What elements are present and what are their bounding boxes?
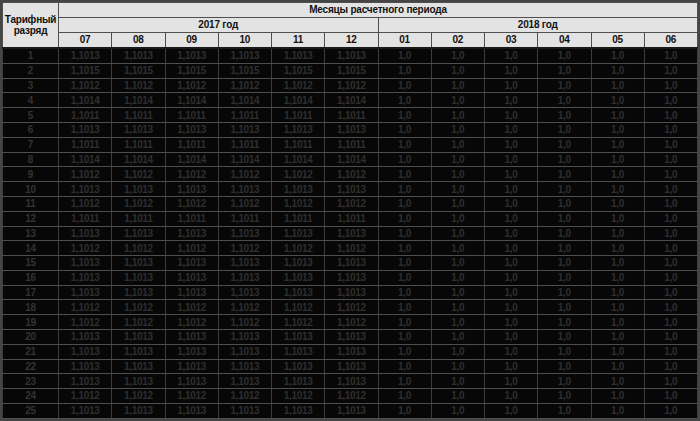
value-cell-2017: 1,1013: [272, 403, 325, 418]
value-cell-2017: 1,1012: [59, 389, 112, 404]
table-row: 141,10121,10121,10121,10121,10121,10121,…: [3, 241, 698, 256]
value-cell-2017: 1,1012: [218, 78, 271, 93]
value-cell-2018: 1,0: [485, 256, 538, 271]
grade-cell: 3: [3, 78, 59, 93]
value-cell-2017: 1,1014: [165, 93, 218, 108]
value-cell-2018: 1,0: [431, 270, 484, 285]
value-cell-2018: 1,0: [485, 123, 538, 138]
value-cell-2018: 1,0: [378, 270, 431, 285]
value-cell-2018: 1,0: [538, 344, 591, 359]
value-cell-2017: 1,1013: [59, 374, 112, 389]
grade-cell: 13: [3, 226, 59, 241]
value-cell-2017: 1,1013: [165, 226, 218, 241]
value-cell-2017: 1,1013: [112, 48, 165, 63]
value-cell-2018: 1,0: [591, 108, 644, 123]
value-cell-2018: 1,0: [538, 374, 591, 389]
value-cell-2018: 1,0: [378, 403, 431, 418]
value-cell-2018: 1,0: [431, 359, 484, 374]
value-cell-2018: 1,0: [538, 389, 591, 404]
header-tariff-grade: Тарифный разряд: [3, 3, 59, 49]
value-cell-2018: 1,0: [644, 389, 697, 404]
header-month-03: 03: [485, 33, 538, 49]
value-cell-2017: 1,1013: [165, 285, 218, 300]
table-row: 81,10141,10141,10141,10141,10141,10141,0…: [3, 152, 698, 167]
value-cell-2018: 1,0: [591, 315, 644, 330]
value-cell-2018: 1,0: [485, 270, 538, 285]
value-cell-2018: 1,0: [378, 123, 431, 138]
value-cell-2017: 1,1013: [218, 329, 271, 344]
value-cell-2018: 1,0: [538, 256, 591, 271]
value-cell-2017: 1,1014: [59, 152, 112, 167]
value-cell-2017: 1,1013: [272, 182, 325, 197]
table-row: 41,10141,10141,10141,10141,10141,10141,0…: [3, 93, 698, 108]
value-cell-2018: 1,0: [485, 329, 538, 344]
table-row: 151,10131,10131,10131,10131,10131,10131,…: [3, 256, 698, 271]
value-cell-2018: 1,0: [644, 270, 697, 285]
value-cell-2017: 1,1012: [165, 241, 218, 256]
value-cell-2018: 1,0: [591, 211, 644, 226]
value-cell-2018: 1,0: [591, 123, 644, 138]
value-cell-2018: 1,0: [591, 152, 644, 167]
value-cell-2017: 1,1015: [272, 63, 325, 78]
value-cell-2018: 1,0: [485, 211, 538, 226]
header-month-08: 08: [112, 33, 165, 49]
table-row: 61,10131,10131,10131,10131,10131,10131,0…: [3, 123, 698, 138]
value-cell-2018: 1,0: [591, 344, 644, 359]
value-cell-2017: 1,1011: [218, 211, 271, 226]
header-month-01: 01: [378, 33, 431, 49]
value-cell-2018: 1,0: [485, 108, 538, 123]
value-cell-2018: 1,0: [538, 167, 591, 182]
value-cell-2017: 1,1013: [272, 226, 325, 241]
value-cell-2017: 1,1013: [272, 285, 325, 300]
value-cell-2017: 1,1013: [112, 226, 165, 241]
value-cell-2018: 1,0: [485, 374, 538, 389]
value-cell-2017: 1,1015: [218, 63, 271, 78]
value-cell-2017: 1,1013: [165, 48, 218, 63]
value-cell-2018: 1,0: [431, 196, 484, 211]
value-cell-2018: 1,0: [538, 315, 591, 330]
value-cell-2018: 1,0: [644, 48, 697, 63]
grade-cell: 12: [3, 211, 59, 226]
value-cell-2017: 1,1014: [272, 152, 325, 167]
value-cell-2018: 1,0: [431, 123, 484, 138]
header-month-11: 11: [272, 33, 325, 49]
value-cell-2017: 1,1013: [112, 344, 165, 359]
value-cell-2018: 1,0: [431, 403, 484, 418]
value-cell-2017: 1,1011: [112, 211, 165, 226]
value-cell-2017: 1,1011: [272, 108, 325, 123]
value-cell-2018: 1,0: [644, 256, 697, 271]
value-cell-2018: 1,0: [538, 152, 591, 167]
value-cell-2018: 1,0: [644, 167, 697, 182]
grade-cell: 8: [3, 152, 59, 167]
value-cell-2018: 1,0: [644, 123, 697, 138]
value-cell-2018: 1,0: [644, 78, 697, 93]
value-cell-2018: 1,0: [538, 270, 591, 285]
grade-cell: 2: [3, 63, 59, 78]
value-cell-2017: 1,1014: [325, 93, 378, 108]
value-cell-2017: 1,1013: [112, 329, 165, 344]
value-cell-2017: 1,1012: [218, 196, 271, 211]
value-cell-2017: 1,1011: [218, 108, 271, 123]
value-cell-2018: 1,0: [485, 315, 538, 330]
grade-cell: 6: [3, 123, 59, 138]
value-cell-2017: 1,1013: [325, 256, 378, 271]
value-cell-2018: 1,0: [644, 196, 697, 211]
value-cell-2018: 1,0: [378, 241, 431, 256]
value-cell-2017: 1,1013: [325, 226, 378, 241]
value-cell-2017: 1,1013: [272, 344, 325, 359]
grade-cell: 9: [3, 167, 59, 182]
value-cell-2017: 1,1012: [272, 78, 325, 93]
table-row: 131,10131,10131,10131,10131,10131,10131,…: [3, 226, 698, 241]
value-cell-2018: 1,0: [644, 315, 697, 330]
value-cell-2017: 1,1013: [112, 270, 165, 285]
value-cell-2018: 1,0: [644, 93, 697, 108]
value-cell-2017: 1,1012: [59, 78, 112, 93]
value-cell-2018: 1,0: [378, 196, 431, 211]
value-cell-2017: 1,1013: [218, 48, 271, 63]
value-cell-2017: 1,1015: [59, 63, 112, 78]
value-cell-2017: 1,1013: [165, 270, 218, 285]
value-cell-2017: 1,1013: [325, 329, 378, 344]
header-month-09: 09: [165, 33, 218, 49]
value-cell-2018: 1,0: [591, 167, 644, 182]
value-cell-2017: 1,1013: [325, 270, 378, 285]
